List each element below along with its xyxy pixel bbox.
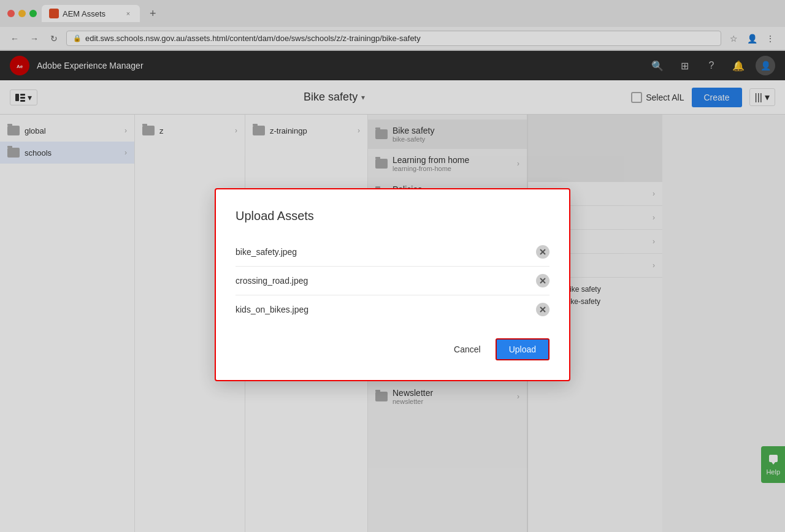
- modal-actions: Cancel Upload: [236, 338, 550, 360]
- upload-button[interactable]: Upload: [496, 338, 550, 360]
- modal-title: Upload Assets: [236, 209, 550, 223]
- file-entry-2: [236, 267, 550, 295]
- file-entry-input-1[interactable]: [236, 247, 531, 257]
- file-entry-remove-2[interactable]: [536, 274, 550, 287]
- file-entry-input-3[interactable]: [236, 305, 531, 314]
- file-entry-remove-3[interactable]: [536, 303, 550, 316]
- cancel-button[interactable]: Cancel: [446, 340, 488, 359]
- modal-overlay: Upload Assets Cancel Upload: [0, 0, 785, 532]
- file-entry-input-2[interactable]: [236, 276, 531, 286]
- file-entry-3: [236, 295, 550, 324]
- upload-modal: Upload Assets Cancel Upload: [215, 188, 570, 381]
- file-entry-remove-1[interactable]: [536, 245, 550, 259]
- file-entry-1: [236, 238, 550, 267]
